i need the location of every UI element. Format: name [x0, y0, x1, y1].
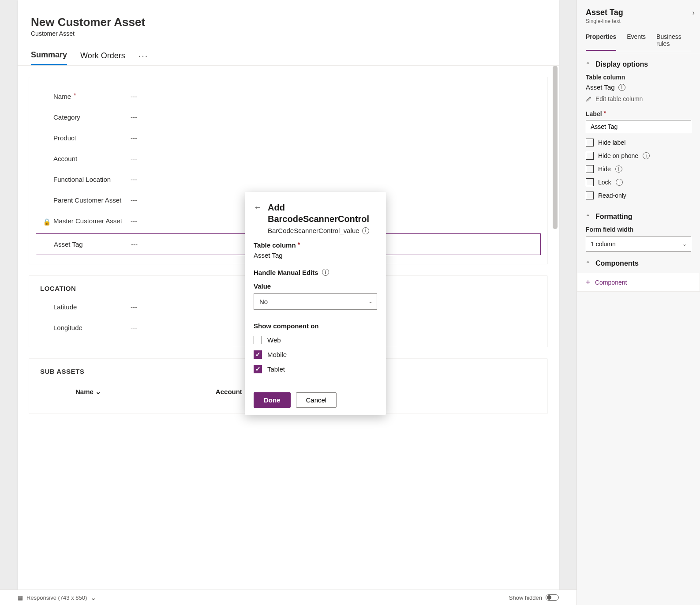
chevron-up-icon: ⌃	[586, 61, 590, 68]
checkbox-label: Hide label	[598, 139, 625, 146]
tab-work-orders[interactable]: Work Orders	[80, 51, 125, 65]
checkbox-icon: ✓	[254, 350, 262, 359]
panel-tab-business-rules[interactable]: Business rules	[656, 33, 691, 51]
field-account[interactable]: Account ---	[36, 148, 541, 169]
pencil-icon	[586, 96, 592, 102]
back-button[interactable]: ←	[254, 202, 262, 212]
checkbox-hide-on-phone[interactable]: Hide on phone i	[586, 152, 691, 160]
required-indicator: *	[603, 109, 606, 116]
checkbox-icon	[254, 336, 262, 344]
info-icon[interactable]: i	[362, 227, 369, 234]
field-product[interactable]: Product ---	[36, 128, 541, 148]
chevron-up-icon: ⌃	[586, 260, 590, 267]
form-field-width-dropdown[interactable]: 1 column	[586, 237, 691, 252]
checkbox-icon	[586, 192, 594, 199]
checkbox-label: Hide on phone	[598, 152, 638, 159]
checkbox-icon	[586, 178, 594, 186]
panel-title: Asset Tag	[586, 8, 691, 17]
grid-col-name[interactable]: Name⌄	[75, 387, 101, 396]
tab-summary[interactable]: Summary	[31, 50, 67, 65]
layout-icon: ▦	[18, 594, 23, 601]
checkbox-web[interactable]: Web	[254, 336, 377, 344]
checkbox-icon	[586, 139, 594, 147]
checkbox-lock[interactable]: Lock i	[586, 178, 691, 186]
tab-overflow[interactable]: ···	[139, 51, 149, 65]
components-toggle[interactable]: ⌃ Components	[586, 259, 700, 267]
form-title: New Customer Asset	[31, 15, 559, 29]
checkbox-hide[interactable]: Hide i	[586, 165, 691, 173]
panel-tab-events[interactable]: Events	[627, 33, 646, 51]
property-panel: Asset Tag Single-line text › Properties …	[576, 0, 700, 605]
display-options-toggle[interactable]: ⌃ Display options	[586, 60, 691, 68]
cancel-button[interactable]: Cancel	[296, 392, 337, 408]
field-label: Parent Customer Asset	[53, 196, 121, 204]
field-value: ---	[131, 324, 137, 331]
field-label: Asset Tag	[54, 240, 83, 248]
form-tabs: Summary Work Orders ···	[18, 50, 559, 66]
viewport-size-selector[interactable]: Responsive (743 x 850)	[26, 594, 87, 601]
field-value: ---	[131, 196, 137, 204]
plus-icon: ＋	[584, 278, 591, 287]
done-button[interactable]: Done	[254, 392, 291, 408]
checkbox-read-only[interactable]: Read-only	[586, 192, 691, 199]
required-indicator: *	[298, 241, 300, 248]
checkbox-label: Mobile	[267, 351, 287, 358]
info-icon[interactable]: i	[322, 269, 329, 276]
checkbox-mobile[interactable]: ✓ Mobile	[254, 350, 377, 359]
field-value: ---	[131, 303, 137, 311]
field-value: ---	[131, 240, 138, 248]
panel-tab-properties[interactable]: Properties	[586, 33, 616, 51]
checkbox-label: Web	[267, 336, 281, 344]
chevron-down-icon: ⌄	[95, 387, 101, 396]
chevron-up-icon: ⌃	[586, 214, 590, 220]
chevron-down-icon: ⌄	[90, 594, 96, 602]
field-value: ---	[131, 217, 137, 225]
info-icon[interactable]: i	[643, 152, 650, 159]
value-dropdown[interactable]: No	[254, 293, 377, 310]
field-value: ---	[131, 113, 137, 121]
show-hidden-label: Show hidden	[509, 594, 542, 601]
field-value: ---	[131, 93, 137, 100]
label-field-label: Label	[586, 110, 602, 117]
field-name[interactable]: Name* ---	[36, 86, 541, 107]
value-label: Value	[254, 282, 377, 290]
formatting-toggle[interactable]: ⌃ Formatting	[586, 213, 691, 221]
checkbox-label: Tablet	[267, 365, 285, 373]
label-input[interactable]	[586, 120, 691, 133]
checkbox-hide-label[interactable]: Hide label	[586, 139, 691, 147]
table-column-label: Table column	[586, 74, 691, 81]
field-label: Name	[53, 93, 71, 100]
info-icon[interactable]: i	[616, 179, 623, 186]
checkbox-label: Lock	[598, 179, 611, 186]
edit-table-column-link[interactable]: Edit table column	[586, 95, 691, 102]
checkbox-tablet[interactable]: ✓ Tablet	[254, 365, 377, 373]
popup-title: Add BarcodeScannerControl	[268, 202, 377, 225]
panel-subtitle: Single-line text	[586, 18, 691, 24]
scrollbar-thumb[interactable]	[553, 66, 558, 229]
field-label: Product	[53, 134, 76, 142]
field-label: Category	[53, 113, 80, 121]
field-label: Functional Location	[53, 176, 111, 183]
table-column-label: Table column	[254, 241, 296, 249]
popup-subtitle: BarCodeScannerControl_value	[268, 226, 359, 235]
show-hidden-toggle[interactable]	[546, 594, 559, 601]
required-indicator: *	[74, 92, 76, 99]
field-value: ---	[131, 176, 137, 183]
checkbox-icon: ✓	[254, 365, 262, 373]
add-component-popup: ← Add BarcodeScannerControl BarCodeScann…	[245, 192, 386, 415]
field-label: Account	[53, 155, 77, 162]
add-component-button[interactable]: ＋ Component	[577, 273, 700, 292]
lock-icon: 🔒	[43, 218, 51, 226]
field-label: Latitude	[53, 303, 77, 311]
checkbox-label: Read-only	[598, 192, 626, 199]
field-label: Master Customer Asset	[53, 217, 122, 225]
field-functional-location[interactable]: Functional Location ---	[36, 169, 541, 190]
status-bar: ▦ Responsive (743 x 850) ⌄ Show hidden	[0, 590, 576, 605]
field-category[interactable]: Category ---	[36, 107, 541, 128]
field-value: ---	[131, 134, 137, 142]
info-icon[interactable]: i	[615, 165, 622, 173]
collapse-panel-button[interactable]: ›	[693, 9, 695, 17]
field-label: Longitude	[53, 324, 82, 331]
field-value: ---	[131, 155, 137, 162]
info-icon[interactable]: i	[618, 84, 625, 91]
